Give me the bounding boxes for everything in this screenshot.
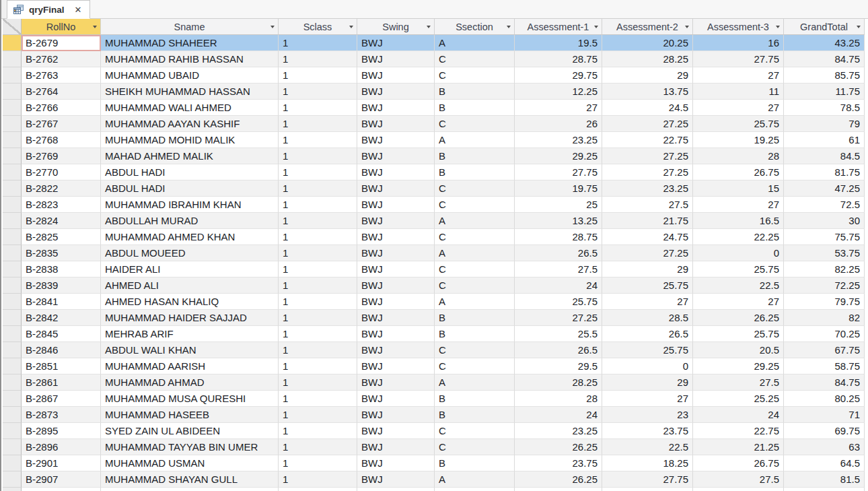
cell-grandtotal[interactable]: 84.75 <box>784 374 865 391</box>
cell-assessment-3[interactable]: 19.25 <box>693 132 784 148</box>
record-selector[interactable] <box>3 213 22 229</box>
cell-assessment-1[interactable]: 25.5 <box>515 326 602 342</box>
cell-assessment-3[interactable]: 22.5 <box>693 277 784 294</box>
cell-sname[interactable]: MUHAMMAD IBRAHIM KHAN <box>101 197 279 213</box>
cell-assessment-2[interactable]: 23.75 <box>602 423 693 439</box>
record-selector[interactable] <box>3 181 22 197</box>
cell-rollno[interactable]: B-2841 <box>22 294 101 310</box>
cell-rollno[interactable]: B-2861 <box>22 374 101 391</box>
cell-assessment-2[interactable]: 29 <box>602 261 693 277</box>
cell-sclass[interactable]: 1 <box>279 342 357 358</box>
cell-assessment-3[interactable]: 27.75 <box>693 51 784 67</box>
cell-assessment-1[interactable]: 19.5 <box>515 35 602 51</box>
cell-swing[interactable]: BWJ <box>357 197 435 213</box>
record-selector[interactable] <box>3 51 22 67</box>
cell-assessment-2[interactable]: 13.75 <box>602 84 693 100</box>
cell-rollno[interactable]: B-2895 <box>22 423 101 439</box>
column-header-sclass[interactable]: Sclass <box>279 19 357 35</box>
cell-swing[interactable]: BWJ <box>357 326 435 342</box>
cell-sclass[interactable]: 1 <box>279 294 357 310</box>
cell-sname[interactable]: MUHAMMAD TAYYAB BIN UMER <box>101 439 279 455</box>
cell-sclass[interactable]: 1 <box>279 277 357 294</box>
cell-grandtotal[interactable]: 64.5 <box>784 455 865 471</box>
record-selector[interactable] <box>3 245 22 261</box>
cell-sname[interactable]: MEHRAB ARIF <box>101 326 279 342</box>
cell-swing[interactable]: BWJ <box>357 67 435 84</box>
cell-grandtotal[interactable] <box>784 488 865 491</box>
filter-dropdown-icon[interactable] <box>427 26 431 28</box>
cell-swing[interactable]: BWJ <box>357 51 435 67</box>
cell-assessment-1[interactable]: 28.25 <box>515 374 602 391</box>
record-selector[interactable] <box>3 294 22 310</box>
cell-assessment-3[interactable]: 27 <box>693 67 784 84</box>
cell-assessment-2[interactable]: 24.5 <box>602 100 693 116</box>
cell-swing[interactable]: BWJ <box>357 213 435 229</box>
cell-rollno[interactable] <box>22 488 101 491</box>
cell-assessment-2[interactable]: 0 <box>602 358 693 374</box>
cell-assessment-2[interactable]: 18.25 <box>602 455 693 471</box>
record-selector[interactable] <box>3 358 22 374</box>
cell-ssection[interactable]: C <box>435 423 515 439</box>
cell-sclass[interactable]: 1 <box>279 261 357 277</box>
record-selector[interactable] <box>3 35 22 51</box>
cell-sclass[interactable]: 1 <box>279 245 357 261</box>
cell-sname[interactable]: MUHAMMAD HASEEB <box>101 407 279 423</box>
cell-ssection[interactable]: A <box>435 213 515 229</box>
cell-ssection[interactable]: B <box>435 407 515 423</box>
cell-grandtotal[interactable]: 84.5 <box>784 148 865 164</box>
cell-assessment-3[interactable]: 27.5 <box>693 374 784 391</box>
cell-sclass[interactable]: 1 <box>279 471 357 488</box>
cell-assessment-3[interactable]: 27.5 <box>693 471 784 488</box>
record-selector[interactable] <box>3 439 22 455</box>
record-selector[interactable] <box>3 229 22 245</box>
cell-sname[interactable]: MUHAMMAD AAYAN KASHIF <box>101 116 279 132</box>
cell-assessment-3[interactable]: 16.5 <box>693 213 784 229</box>
cell-ssection[interactable]: A <box>435 294 515 310</box>
cell-sclass[interactable]: 1 <box>279 310 357 326</box>
column-header-assessment-1[interactable]: Assessment-1 <box>515 19 602 35</box>
cell-assessment-1[interactable]: 25 <box>515 197 602 213</box>
cell-ssection[interactable]: B <box>435 310 515 326</box>
cell-sname[interactable]: SYED ZAIN UL ABIDEEN <box>101 423 279 439</box>
cell-sname[interactable]: MUHAMMAD USMAN <box>101 455 279 471</box>
cell-swing[interactable]: BWJ <box>357 164 435 181</box>
column-header-sname[interactable]: Sname <box>101 19 279 35</box>
cell-ssection[interactable]: B <box>435 148 515 164</box>
cell-grandtotal[interactable]: 82 <box>784 310 865 326</box>
cell-assessment-2[interactable]: 23 <box>602 407 693 423</box>
cell-rollno[interactable]: B-2907 <box>22 471 101 488</box>
cell-assessment-3[interactable]: 0 <box>693 245 784 261</box>
cell-swing[interactable]: BWJ <box>357 358 435 374</box>
cell-sclass[interactable]: 1 <box>279 407 357 423</box>
cell-sclass[interactable]: 1 <box>279 423 357 439</box>
cell-ssection[interactable]: B <box>435 326 515 342</box>
cell-ssection[interactable]: A <box>435 245 515 261</box>
column-header-ssection[interactable]: Ssection <box>435 19 515 35</box>
cell-assessment-1[interactable]: 23.25 <box>515 132 602 148</box>
cell-grandtotal[interactable]: 30 <box>784 213 865 229</box>
cell-sname[interactable]: MUHAMMAD AHMAD <box>101 374 279 391</box>
record-selector[interactable] <box>3 67 22 84</box>
cell-ssection[interactable]: C <box>435 277 515 294</box>
cell-assessment-2[interactable]: 27.25 <box>602 245 693 261</box>
cell-assessment-1[interactable] <box>515 488 602 491</box>
cell-assessment-2[interactable]: 27.25 <box>602 148 693 164</box>
cell-rollno[interactable]: B-2770 <box>22 164 101 181</box>
cell-assessment-3[interactable]: 20.5 <box>693 342 784 358</box>
cell-assessment-2[interactable]: 22.75 <box>602 132 693 148</box>
cell-grandtotal[interactable]: 72.25 <box>784 277 865 294</box>
cell-assessment-1[interactable]: 19.75 <box>515 181 602 197</box>
cell-sname[interactable]: SHEIKH MUHAMMAD HASSAN <box>101 84 279 100</box>
record-selector[interactable] <box>3 342 22 358</box>
cell-ssection[interactable]: B <box>435 391 515 407</box>
cell-assessment-1[interactable]: 12.25 <box>515 84 602 100</box>
cell-assessment-1[interactable]: 28 <box>515 391 602 407</box>
cell-assessment-1[interactable]: 29.75 <box>515 67 602 84</box>
cell-assessment-2[interactable]: 29 <box>602 67 693 84</box>
cell-sclass[interactable]: 1 <box>279 181 357 197</box>
filter-dropdown-icon[interactable] <box>270 26 275 28</box>
cell-ssection[interactable]: C <box>435 51 515 67</box>
cell-swing[interactable]: BWJ <box>357 181 435 197</box>
record-selector[interactable] <box>3 100 22 116</box>
cell-ssection[interactable]: C <box>435 439 515 455</box>
